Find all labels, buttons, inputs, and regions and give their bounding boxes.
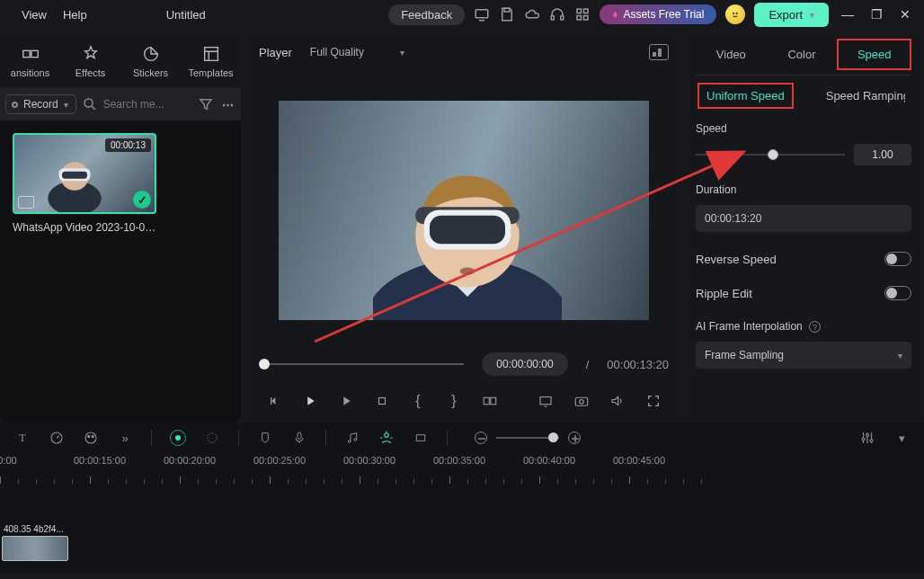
tab-effects[interactable]: Effects <box>60 34 120 88</box>
assets-trial-label: Assets Free Trial <box>623 8 704 21</box>
help-icon[interactable]: ? <box>809 321 821 333</box>
menu-view[interactable]: View <box>22 8 47 22</box>
volume-icon[interactable] <box>609 393 626 409</box>
speed-slider[interactable] <box>696 154 845 156</box>
search-input[interactable] <box>103 98 175 111</box>
reverse-speed-toggle[interactable] <box>884 252 911 266</box>
menu-help[interactable]: Help <box>63 8 87 22</box>
color-tool[interactable] <box>83 430 99 446</box>
clip-duration-badge: 00:00:13 <box>105 138 151 152</box>
zoom-slider-knob[interactable] <box>548 432 558 442</box>
chevron-down-icon: ▾ <box>898 351 902 361</box>
timeline-track-area[interactable]: 408.35 4b2f4... <box>0 484 924 565</box>
search-icon[interactable] <box>82 96 98 112</box>
speed-value[interactable]: 1.00 <box>854 144 911 165</box>
assets-trial-button[interactable]: ♦ Assets Free Trial <box>600 4 716 24</box>
more-icon[interactable]: ⋯ <box>219 96 235 112</box>
mark-out-button[interactable]: } <box>446 393 462 409</box>
play-button[interactable] <box>302 393 318 409</box>
more-tools[interactable]: » <box>117 430 133 446</box>
feedback-button[interactable]: Feedback <box>388 4 465 25</box>
ai-interp-label: AI Frame Interpolation <box>696 320 803 333</box>
svg-rect-37 <box>298 432 301 439</box>
compare-icon[interactable] <box>482 393 498 409</box>
tab-speed[interactable]: Speed <box>837 39 911 70</box>
preview-area[interactable] <box>246 70 681 342</box>
speed-slider-knob[interactable] <box>768 149 778 160</box>
filter-icon[interactable] <box>198 96 214 112</box>
scopes-icon[interactable] <box>649 44 669 60</box>
export-label: Export <box>769 8 803 22</box>
tab-templates[interactable]: Templates <box>181 34 241 88</box>
scrub-knob[interactable] <box>259 359 270 370</box>
headphones-icon[interactable] <box>549 6 565 22</box>
tab-effects-label: Effects <box>76 67 105 78</box>
timeline-clip[interactable] <box>2 536 68 561</box>
screen-adapt-icon[interactable] <box>538 393 554 409</box>
svg-point-33 <box>88 435 90 437</box>
quality-select[interactable]: Full Quality ▾ <box>310 46 404 58</box>
tab-video[interactable]: Video <box>696 40 767 68</box>
save-icon[interactable] <box>499 6 515 22</box>
svg-rect-6 <box>577 16 582 21</box>
speed-tool[interactable] <box>49 430 65 446</box>
zoom-out-button[interactable] <box>475 432 487 444</box>
snapshot-icon[interactable] <box>573 393 590 409</box>
scrub-slider[interactable] <box>259 363 464 365</box>
ai-tool[interactable] <box>170 430 186 446</box>
ai-cutout-tool[interactable] <box>378 430 395 446</box>
window-minimize[interactable]: — <box>838 7 857 22</box>
marker-tool[interactable] <box>257 430 273 446</box>
device-icon[interactable] <box>474 6 490 22</box>
clip-name: WhatsApp Video 2023-10-05... <box>13 221 156 234</box>
fullscreen-icon[interactable] <box>645 393 662 409</box>
timeline-settings-icon[interactable]: ▾ <box>893 430 910 446</box>
svg-rect-0 <box>476 10 489 18</box>
ripple-edit-toggle[interactable] <box>884 286 911 300</box>
tab-color[interactable]: Color <box>767 40 838 68</box>
export-button[interactable]: Export ▾ <box>754 3 829 27</box>
text-tool[interactable]: T <box>14 430 31 446</box>
smiley-icon[interactable] <box>725 4 745 24</box>
ruler-label: 00:00:15:00 <box>74 455 126 466</box>
music-tool[interactable] <box>344 430 360 446</box>
svg-point-44 <box>870 440 873 442</box>
preview-frame <box>279 101 649 320</box>
svg-rect-41 <box>416 435 424 441</box>
timeline-ruler[interactable]: 0:10:0000:00:15:0000:00:20:0000:00:25:00… <box>0 453 924 484</box>
ruler-label: 00:00:20:00 <box>164 455 216 466</box>
window-maximize[interactable]: ❐ <box>866 7 886 22</box>
media-library-panel: ansitions Effects Stickers Templates Rec… <box>0 29 241 423</box>
svg-point-32 <box>85 432 96 443</box>
subtab-speed-ramping[interactable]: Speed Ramping <box>819 85 905 107</box>
svg-point-35 <box>175 435 181 441</box>
tab-stickers-label: Stickers <box>133 67 168 78</box>
play-forward-button[interactable] <box>338 393 354 409</box>
clip-thumbnail[interactable]: 00:00:13 ✓ <box>13 133 156 214</box>
zoom-slider[interactable] <box>496 437 559 439</box>
zoom-in-button[interactable] <box>568 432 581 444</box>
crop-tool[interactable] <box>413 430 429 446</box>
record-button[interactable]: Record ▾ <box>5 94 76 114</box>
cloud-icon[interactable] <box>524 6 540 22</box>
media-clip[interactable]: 00:00:13 ✓ WhatsApp Video 2023-10-05... <box>13 133 156 234</box>
duration-input[interactable]: 00:00:13:20 <box>696 205 911 232</box>
player-panel: Player Full Quality ▾ <box>246 34 681 423</box>
dotted-tool[interactable] <box>204 430 220 446</box>
stop-button[interactable] <box>374 393 390 409</box>
subtab-uniform-speed[interactable]: Uniform Speed <box>697 83 794 109</box>
mic-tool[interactable] <box>291 430 307 446</box>
ruler-label: 00:00:25:00 <box>253 455 306 466</box>
grid-icon[interactable] <box>574 6 591 22</box>
window-close[interactable]: ✕ <box>895 7 915 22</box>
templates-icon <box>201 44 221 64</box>
player-label: Player <box>259 46 292 59</box>
svg-rect-7 <box>584 16 589 21</box>
interp-select[interactable]: Frame Sampling ▾ <box>696 342 911 369</box>
prev-frame-button[interactable] <box>266 393 282 409</box>
tab-transitions[interactable]: ansitions <box>0 34 60 88</box>
chevron-down-icon: ▾ <box>810 10 814 20</box>
tab-stickers[interactable]: Stickers <box>120 34 181 88</box>
mixer-icon[interactable] <box>859 430 875 446</box>
mark-in-button[interactable]: { <box>410 393 426 409</box>
